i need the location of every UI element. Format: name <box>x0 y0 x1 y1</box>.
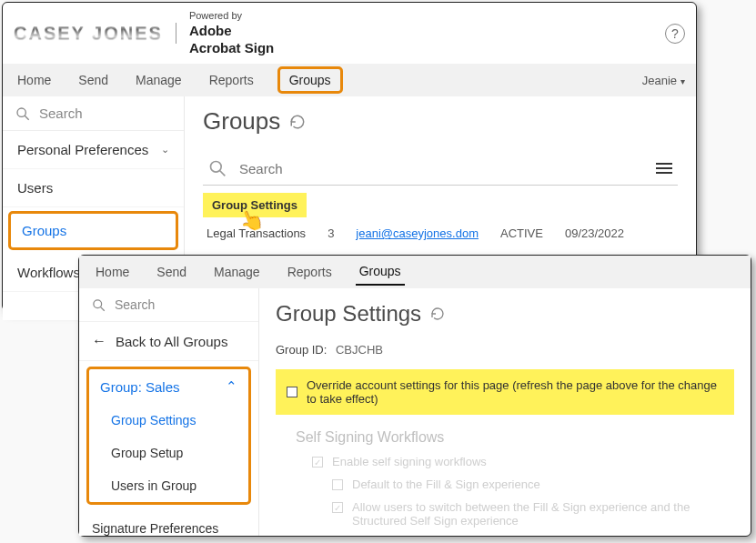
nav-send[interactable]: Send <box>153 259 190 285</box>
arrow-left-icon: ← <box>92 333 106 349</box>
override-label: Override account settings for this page … <box>307 378 723 406</box>
nav-manage[interactable]: Manage <box>132 67 186 93</box>
svg-point-0 <box>17 108 25 116</box>
sidebar-search-label: Search <box>115 297 155 312</box>
powered-by-small: Powered by <box>189 10 274 23</box>
chevron-down-icon: ⌄ <box>161 144 169 156</box>
page-title: Groups <box>203 107 678 136</box>
refresh-icon[interactable] <box>430 307 445 321</box>
override-settings-bar[interactable]: Override account settings for this page … <box>276 369 734 415</box>
group-admin-email[interactable]: jeani@caseyjones.dom <box>356 226 479 240</box>
list-search-input[interactable] <box>239 161 656 176</box>
sidebar: Search ← Back to All Groups Group: Sales… <box>79 288 259 536</box>
sidebar-item-groups[interactable]: Groups <box>8 211 178 250</box>
app-header: CASEY JONES Powered by Adobe Acrobat Sig… <box>3 3 696 64</box>
nav-manage[interactable]: Manage <box>210 259 264 285</box>
opt-label: Enable self signing workflows <box>332 455 487 468</box>
svg-line-1 <box>25 116 29 120</box>
chevron-up-icon: ⌃ <box>226 378 237 395</box>
group-id-value: CBJCHB <box>336 343 383 357</box>
svg-point-4 <box>94 299 102 307</box>
refresh-icon[interactable] <box>289 114 306 130</box>
page-title-text: Groups <box>203 107 280 136</box>
page-title: Group Settings <box>276 301 734 327</box>
powered-by-acrobat-sign: Acrobat Sign <box>189 40 274 57</box>
list-options-icon[interactable] <box>656 163 672 174</box>
sidebar-search-label: Search <box>39 106 83 121</box>
group-settings-window: Home Send Manage Reports Groups Search ←… <box>78 255 751 537</box>
svg-line-3 <box>220 171 226 176</box>
opt-label: Default to the Fill & Sign experience <box>352 478 540 491</box>
group-header-label: Group: Sales <box>100 379 180 395</box>
opt-allow-switch[interactable]: ✓ Allow users to switch between the Fill… <box>332 500 734 528</box>
back-to-all-groups[interactable]: ← Back to All Groups <box>79 321 258 361</box>
brand-logo: CASEY JONES <box>14 23 176 44</box>
sidebar-item-users[interactable]: Users <box>3 169 184 207</box>
opt-label: Allow users to switch between the Fill &… <box>352 500 734 528</box>
sidebar-sub-group-settings[interactable]: Group Settings <box>89 404 248 437</box>
nav-groups[interactable]: Groups <box>277 66 343 94</box>
checkbox-icon: ✓ <box>312 457 323 468</box>
sidebar-sub-users-in-group[interactable]: Users in Group <box>89 469 248 502</box>
opt-enable-self-signing[interactable]: ✓ Enable self signing workflows <box>312 455 734 468</box>
svg-line-5 <box>100 307 104 310</box>
search-icon <box>92 298 106 312</box>
checkbox-icon <box>332 479 343 490</box>
group-count: 3 <box>328 226 334 240</box>
nav-reports[interactable]: Reports <box>284 259 336 285</box>
page-title-text: Group Settings <box>276 301 421 327</box>
nav-reports[interactable]: Reports <box>206 67 257 93</box>
group-date: 09/23/2022 <box>565 226 624 240</box>
section-self-signing: Self Signing Workflows <box>296 429 734 446</box>
group-row[interactable]: Legal Transactions 3 jeani@caseyjones.do… <box>203 217 678 246</box>
sidebar-item-signature-preferences[interactable]: Signature Preferences <box>79 510 258 543</box>
sidebar-item-label: Personal Preferences <box>17 142 148 157</box>
group-status: ACTIVE <box>500 226 543 240</box>
opt-default-fill-sign[interactable]: Default to the Fill & Sign experience <box>332 478 734 491</box>
group-sidebar-box: Group: Sales ⌃ Group Settings Group Setu… <box>86 367 251 505</box>
group-id: Group ID: CBJCHB <box>276 343 734 357</box>
checkbox-icon: ✓ <box>332 502 343 513</box>
nav-home[interactable]: Home <box>14 67 55 93</box>
back-label: Back to All Groups <box>116 334 227 349</box>
search-icon <box>208 159 227 177</box>
svg-point-2 <box>211 162 222 173</box>
search-icon <box>15 106 30 121</box>
group-header[interactable]: Group: Sales ⌃ <box>89 369 248 404</box>
powered-by-adobe: Adobe <box>189 23 274 40</box>
nav-groups[interactable]: Groups <box>356 258 405 286</box>
nav-send[interactable]: Send <box>75 67 112 93</box>
body-layout: Search ← Back to All Groups Group: Sales… <box>79 288 751 536</box>
primary-nav: Home Send Manage Reports Groups <box>79 256 751 288</box>
sidebar-item-personal-preferences[interactable]: Personal Preferences ⌄ <box>3 131 184 169</box>
sidebar-search[interactable]: Search <box>3 96 184 131</box>
nav-home[interactable]: Home <box>92 259 133 285</box>
sidebar-search[interactable]: Search <box>79 288 258 321</box>
group-id-label: Group ID: <box>276 343 327 357</box>
help-icon[interactable]: ? <box>665 24 685 44</box>
list-search-bar <box>203 152 678 186</box>
main-content: Group Settings Group ID: CBJCHB Override… <box>259 288 751 536</box>
user-menu[interactable]: Jeanie <box>642 74 685 87</box>
sidebar-sub-group-setup[interactable]: Group Setup <box>89 437 248 469</box>
powered-by: Powered by Adobe Acrobat Sign <box>189 10 274 56</box>
group-settings-popup[interactable]: Group Settings 👆 <box>203 193 307 217</box>
primary-nav: Home Send Manage Reports Groups Jeanie <box>3 64 696 96</box>
override-checkbox[interactable] <box>287 387 297 397</box>
